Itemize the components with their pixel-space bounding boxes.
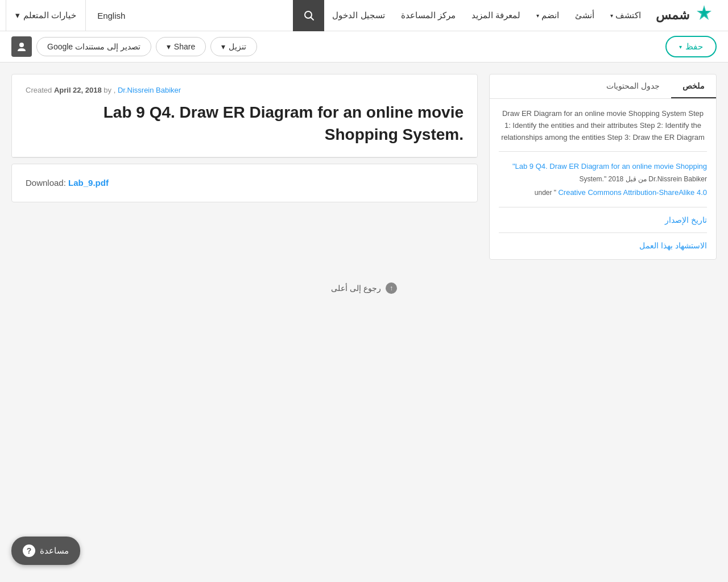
chevron-down-icon: ▾ — [221, 42, 225, 51]
chevron-down-icon: ▾ — [679, 44, 682, 50]
tab-summary[interactable]: ملخص — [671, 74, 716, 98]
nav-item-help[interactable]: مركز المساعدة — [393, 0, 464, 31]
back-to-top-icon: ↑ — [386, 282, 397, 294]
release-date-link[interactable]: تاريخ الإصدار — [499, 215, 707, 225]
logo-text: شمس — [656, 8, 689, 23]
chevron-down-icon: ▾ — [167, 42, 171, 51]
svg-point-4 — [19, 43, 24, 47]
citation-license-line: under " Creative Commons Attribution-Sha… — [499, 186, 707, 199]
tab-toc[interactable]: جدول المحتويات — [595, 74, 671, 98]
panel-content: Draw ER Diagram for an online movie Shop… — [490, 99, 716, 259]
toolbar-right: تنزيل ▾ Share ▾ تصدير إلى مستندات Google — [11, 36, 257, 57]
nav-item-create[interactable]: أنشئ — [567, 0, 602, 31]
logo[interactable]: شمس — [649, 4, 722, 27]
search-icon — [303, 10, 315, 21]
citation-meta: Dr.Nissrein Babiker من قبل System." 2018 — [499, 173, 707, 186]
download-file-link[interactable]: Lab_9.pdf — [68, 178, 109, 188]
left-panel: ملخص جدول المحتويات Draw ER Diagram for … — [489, 74, 717, 260]
download-button[interactable]: تنزيل ▾ — [210, 37, 257, 56]
content-header: Created April 22, 2018 by , Dr.Nissrein … — [12, 74, 477, 157]
citation-title-link[interactable]: Lab 9 Q4. Draw ER Diagram for an online … — [512, 162, 707, 171]
divider — [499, 151, 707, 152]
chevron-down-icon: ▾ — [610, 13, 613, 19]
learner-options-button[interactable]: خيارات المتعلم ▾ — [6, 0, 85, 31]
nav-left: English خيارات المتعلم ▾ — [6, 0, 136, 31]
google-docs-button[interactable]: تصدير إلى مستندات Google — [36, 37, 151, 56]
share-button[interactable]: Share ▾ — [156, 37, 206, 56]
divider-2 — [499, 207, 707, 207]
top-nav: شمس اكتشف ▾ أنشئ انضم ▾ لمعرفة المزيد مر… — [0, 0, 728, 31]
nav-item-discover[interactable]: اكتشف ▾ — [602, 0, 649, 31]
user-icon-button[interactable] — [11, 36, 32, 57]
back-to-top: ↑ رجوع إلى أعلى — [0, 271, 728, 305]
nav-item-join[interactable]: انضم ▾ — [528, 0, 567, 31]
citation-block: Lab 9 Q4. Draw ER Diagram for an online … — [499, 160, 707, 199]
cite-work-link[interactable]: الاستشهاد بهذا العمل — [499, 241, 707, 250]
toolbar-center: حفظ ▾ — [665, 36, 717, 57]
back-to-top-link[interactable]: رجوع إلى أعلى — [331, 284, 381, 293]
right-panel: Created April 22, 2018 by , Dr.Nissrein … — [11, 74, 478, 260]
nav-item-login[interactable]: تسجيل الدخول — [324, 0, 392, 31]
toolbar: حفظ ▾ تنزيل ▾ Share ▾ تصدير إلى مستندات … — [0, 31, 728, 63]
main-content: ملخص جدول المحتويات Draw ER Diagram for … — [0, 63, 728, 271]
save-button[interactable]: حفظ ▾ — [665, 36, 717, 57]
chevron-down-icon: ▾ — [536, 13, 539, 19]
user-icon — [16, 41, 27, 52]
chevron-down-icon: ▾ — [15, 10, 20, 20]
tabs: ملخص جدول المحتويات — [490, 74, 716, 99]
summary-text: Draw ER Diagram for an online movie Shop… — [499, 108, 707, 143]
language-button[interactable]: English — [85, 0, 136, 31]
license-link[interactable]: Creative Commons Attribution-ShareAlike … — [558, 188, 707, 197]
download-label: Download: Lab_9.pdf — [26, 178, 109, 188]
search-button[interactable] — [293, 0, 324, 31]
author-link[interactable]: Dr.Nissrein Babiker — [118, 86, 181, 94]
content-card: Created April 22, 2018 by , Dr.Nissrein … — [11, 74, 478, 158]
download-card: Download: Lab_9.pdf — [11, 164, 478, 202]
svg-line-3 — [311, 18, 313, 20]
nav-right: شمس اكتشف ▾ أنشئ انضم ▾ لمعرفة المزيد مر… — [293, 0, 722, 31]
document-title: Lab 9 Q4. Draw ER Diagram for an online … — [26, 101, 464, 146]
divider-3 — [499, 232, 707, 233]
nav-item-more[interactable]: لمعرفة المزيد — [464, 0, 528, 31]
created-info: Created April 22, 2018 by , Dr.Nissrein … — [26, 86, 464, 94]
